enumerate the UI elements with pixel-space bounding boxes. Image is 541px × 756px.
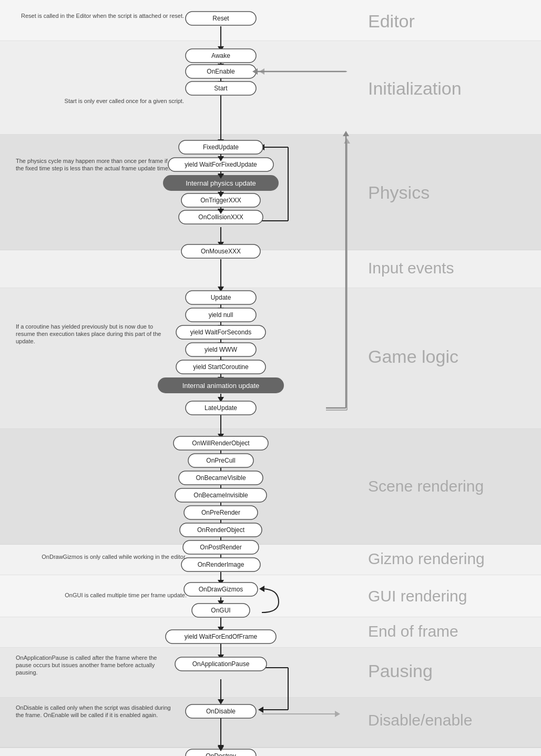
onrenderobject-label: OnRenderObject [197, 526, 245, 534]
svg-rect-86 [0, 0, 358, 41]
ongui-label: OnGUI [211, 607, 230, 614]
onbecamevisible-label: OnBecameVisible [196, 474, 246, 482]
full-page: Editor Initialization Physics Input even… [0, 0, 541, 756]
ondrawgizmos-label: OnDrawGizmos [199, 586, 243, 593]
gizmo-rendering-label: Gizmo rendering [368, 550, 485, 567]
gamelogic-annotation-line2: resume then execution takes place during… [16, 331, 161, 337]
game-logic-label: Game logic [368, 346, 458, 366]
reset-node-label: Reset [212, 15, 229, 22]
svg-rect-88 [0, 41, 358, 135]
pausing-annotation-line1: OnApplicationPause is called after the f… [16, 655, 157, 661]
disable-enable-label: Disable/enable [368, 711, 472, 729]
svg-rect-90 [0, 135, 358, 250]
physics-annotation-line2: the fixed time step is less than the act… [16, 165, 170, 171]
gamelogic-annotation-line3: update. [16, 338, 35, 344]
onprerender-label: OnPreRender [201, 509, 240, 516]
onmouse-label: OnMouseXXX [201, 248, 241, 255]
disable-annotation-line1: OnDisable is called only when the script… [16, 704, 171, 711]
decommissioning-label: Decommissioning [368, 753, 493, 756]
input-events-label: Input events [368, 259, 454, 277]
internal-animation-label: Internal animation update [182, 382, 260, 390]
fixedupdate-node-label: FixedUpdate [203, 144, 239, 151]
ondisable-label: OnDisable [206, 708, 236, 715]
scene-rendering-label: Scene rendering [368, 477, 484, 495]
onwillrender-label: OnWillRenderObject [192, 440, 250, 447]
update-label: Update [211, 294, 231, 301]
onpostrender-label: OnPostRender [200, 544, 241, 551]
svg-rect-98 [0, 545, 358, 575]
yield-waitforfixedupdate-label: yield WaitForFixedUpdate [185, 161, 257, 168]
editor-label: Editor [368, 11, 415, 31]
pausing-annotation-line2: pause occurs but issues another frame be… [16, 662, 155, 668]
yield-waitforendofframe-label: yield WaitForEndOfFrame [185, 633, 258, 640]
awake-node-label: Awake [211, 52, 230, 59]
gizmo-annotation: OnDrawGizmos is only called while workin… [42, 554, 187, 560]
gui-annotation: OnGUI is called multiple time per frame … [65, 592, 187, 598]
initialization-label: Initialization [368, 78, 462, 98]
svg-rect-92 [0, 250, 358, 288]
gui-rendering-label: GUI rendering [368, 587, 467, 605]
oncollision-label: OnCollisionXXX [198, 213, 243, 221]
onenable-node-label: OnEnable [207, 68, 235, 75]
pausing-annotation-line3: pausing. [16, 669, 38, 676]
pausing-label: Pausing [368, 661, 433, 681]
physics-annotation-line1: The physics cycle may happen more than o… [16, 158, 168, 164]
yield-null-label: yield null [209, 311, 233, 319]
onapplicationpause-label: OnApplicationPause [192, 660, 250, 668]
ondestroy-label: OnDestroy [206, 752, 236, 756]
lateupdate-label: LateUpdate [205, 404, 237, 412]
gamelogic-annotation-line1: If a coroutine has yielded previously bu… [16, 323, 153, 330]
onbecameinvisible-label: OnBecameInvisible [193, 492, 248, 499]
start-node-label: Start [214, 85, 228, 92]
yield-www-label: yield WWW [205, 346, 238, 353]
start-annotation: Start is only ever called once for a giv… [65, 98, 184, 104]
svg-rect-94 [0, 288, 358, 429]
editor-annotation: Reset is called in the Editor when the s… [21, 13, 184, 19]
main-svg: Editor Initialization Physics Input even… [0, 0, 541, 756]
yield-startcoroutine-label: yield StartCoroutine [193, 363, 249, 371]
internal-physics-label: Internal physics update [186, 179, 256, 187]
onrenderimage-label: OnRenderImage [198, 561, 244, 568]
ontrigger-label: OnTriggerXXX [200, 197, 241, 204]
yield-waitforseconds-label: yield WaitForSeconds [190, 329, 251, 336]
end-of-frame-label: End of frame [368, 622, 458, 640]
disable-annotation-line2: the frame. OnEnable will be called if it… [16, 712, 158, 718]
physics-label: Physics [368, 182, 430, 202]
onprecull-label: OnPreCull [206, 457, 235, 464]
